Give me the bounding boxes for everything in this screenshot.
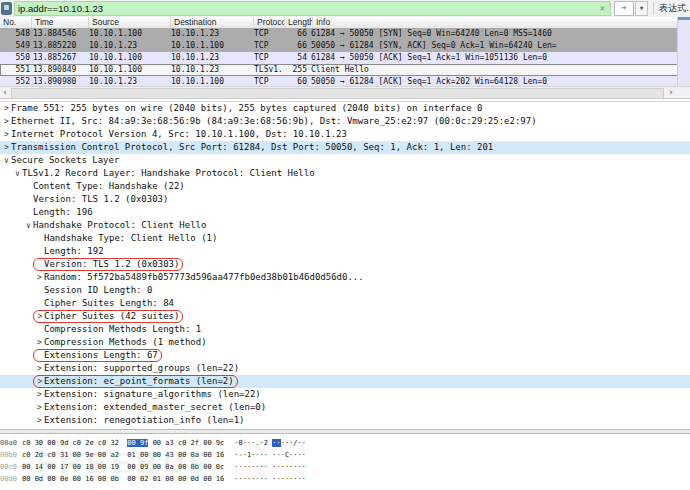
scroll-right-icon[interactable]: › <box>666 87 676 98</box>
tree-row[interactable]: Length: 196 <box>0 206 690 219</box>
tree-row[interactable]: Content Type: Handshake (22) <box>0 180 690 193</box>
expander-icon[interactable]: ∨ <box>24 219 33 232</box>
column-header-source[interactable]: Source <box>89 17 171 28</box>
expander-icon[interactable]: > <box>35 336 44 349</box>
column-header-length[interactable]: Length <box>285 17 313 28</box>
cell-destination: 10.10.1.100 <box>171 76 254 86</box>
expander-icon[interactable]: ∨ <box>2 154 11 167</box>
pane-divider[interactable] <box>0 429 690 434</box>
scrollbar-thumb[interactable] <box>11 88 664 99</box>
tree-row[interactable]: ∨TLSv1.2 Record Layer: Handshake Protoco… <box>0 167 690 180</box>
cell-source: 10.10.1.100 <box>89 52 171 64</box>
tree-row[interactable]: Version: TLS 1.2 (0x0303) <box>0 193 690 206</box>
hex-ascii: ········ ········ <box>234 475 306 483</box>
cell-destination: 10.10.1.23 <box>171 28 254 40</box>
hex-offset: 00d0 <box>0 473 22 485</box>
scrollbar-thumb[interactable] <box>678 17 690 20</box>
tree-row-label: Extension: renegotiation_info (len=1) <box>44 415 244 425</box>
expander-icon[interactable]: > <box>35 362 44 375</box>
tree-row[interactable]: >Extension: renegotiation_info (len=1) <box>0 414 690 427</box>
tree-row-label: Extension: supported_groups (len=22) <box>44 363 239 373</box>
packet-row[interactable]: 55013.88526710.10.1.10010.10.1.23TCP5461… <box>0 52 678 64</box>
tree-row[interactable]: >Extension: extended_master_secret (len=… <box>0 401 690 414</box>
hex-dump-pane: 00a0c0 30 00 9d c0 2e c0 32 00 9f 00 a3 … <box>0 437 690 487</box>
cell-time: 13.890980 <box>32 76 89 86</box>
expander-icon[interactable]: > <box>2 102 11 115</box>
tree-row-label: Ethernet II, Src: 84:a9:3e:68:56:9b (84:… <box>11 116 537 126</box>
cell-length: 66 <box>282 28 307 40</box>
cell-info: 50050 → 61284 [ACK] Seq=1 Ack=202 Win=64… <box>307 76 678 86</box>
cell-length: 255 <box>282 64 307 76</box>
cell-no: 552 <box>0 76 32 86</box>
hex-bytes: c0 2d c0 31 00 9e 00 a2 01 00 00 43 00 0… <box>22 451 224 459</box>
tree-row[interactable]: >Cipher Suites (42 suites) <box>0 310 690 323</box>
cell-no: 551 <box>0 64 32 76</box>
tree-row[interactable]: >Extension: supported_groups (len=22) <box>0 362 690 375</box>
hex-row[interactable]: 00b0c0 2d c0 31 00 9e 00 a2 01 00 00 43 … <box>0 449 690 461</box>
expression-button[interactable]: 表达式… <box>653 2 690 15</box>
column-header-info[interactable]: Info <box>313 17 690 28</box>
tree-row-label: Version: TLS 1.2 (0x0303) <box>44 259 179 269</box>
column-header-no[interactable]: No. <box>0 17 32 28</box>
cell-source: 10.10.1.23 <box>89 76 171 86</box>
apply-filter-button[interactable]: ➜ <box>614 1 634 16</box>
ascii-highlight: ·· <box>272 439 280 447</box>
tree-row[interactable]: >Transmission Control Protocol, Src Port… <box>0 141 690 154</box>
cell-protocol: TCP <box>254 52 282 64</box>
expander-icon[interactable]: > <box>35 388 44 401</box>
tree-row[interactable]: Session ID Length: 0 <box>0 284 690 297</box>
column-header-protocol[interactable]: Protocol <box>254 17 285 28</box>
packet-list-horizontal-scrollbar[interactable]: ‹ › <box>0 86 690 99</box>
annotation-box: Extensions Length: 67 <box>33 349 162 362</box>
packet-row[interactable]: 55113.89084910.10.1.10010.10.1.23TLSv1.2… <box>0 64 678 76</box>
display-filter-field: ✕ <box>14 1 611 16</box>
expander-icon[interactable]: > <box>36 377 44 387</box>
tree-row-label: Transmission Control Protocol, Src Port:… <box>11 142 493 152</box>
tree-row[interactable]: >Compression Methods (1 method) <box>0 336 690 349</box>
hex-row[interactable]: 00d000 0d 00 0e 00 16 00 0b 00 02 01 00 … <box>0 473 690 485</box>
tree-row[interactable]: >Frame 551: 255 bytes on wire (2040 bits… <box>0 102 690 115</box>
packet-row[interactable]: 54913.88522010.10.1.2310.10.1.100TCP6650… <box>0 40 678 52</box>
tree-row-label: Handshake Type: Client Hello (1) <box>44 233 217 243</box>
tree-row[interactable]: >Extension: signature_algorithms (len=22… <box>0 388 690 401</box>
tree-row[interactable]: >Extension: ec_point_formats (len=2) <box>0 375 690 388</box>
tree-row[interactable]: ∨Secure Sockets Layer <box>0 154 690 167</box>
expander-icon[interactable]: ∨ <box>13 167 22 180</box>
hex-row[interactable]: 00c000 14 00 17 00 18 00 19 00 09 00 0a … <box>0 461 690 473</box>
tree-row[interactable]: Length: 192 <box>0 245 690 258</box>
cell-length: 54 <box>282 52 307 64</box>
expander-icon[interactable]: > <box>2 115 11 128</box>
expander-icon[interactable]: > <box>2 141 11 154</box>
tree-row[interactable]: Version: TLS 1.2 (0x0303) <box>0 258 690 271</box>
column-header-time[interactable]: Time <box>32 17 89 28</box>
hex-row[interactable]: 00a0c0 30 00 9d c0 2e c0 32 00 9f 00 a3 … <box>0 437 690 449</box>
cell-info: 61284 → 50050 [ACK] Seq=1 Ack=1 Win=1051… <box>307 52 678 64</box>
packet-row[interactable]: 55213.89098010.10.1.2310.10.1.100TCP6050… <box>0 76 678 86</box>
filter-bookmark-icon[interactable] <box>1 2 12 15</box>
filter-dropdown-icon[interactable]: ▼ <box>635 1 648 16</box>
cell-no: 548 <box>0 28 32 40</box>
expander-icon[interactable]: > <box>36 312 44 322</box>
expander-icon[interactable]: > <box>35 401 44 414</box>
hex-bytes: 00 0d 00 0e 00 16 00 0b 00 02 01 00 00 0… <box>22 475 224 483</box>
tree-row[interactable]: >Random: 5f572ba5489fb057773d596aa477fb0… <box>0 271 690 284</box>
tree-row[interactable]: Compression Methods Length: 1 <box>0 323 690 336</box>
cell-protocol: TCP <box>254 28 282 40</box>
tree-row[interactable]: >Internet Protocol Version 4, Src: 10.10… <box>0 128 690 141</box>
tree-row[interactable]: Handshake Type: Client Hello (1) <box>0 232 690 245</box>
expander-icon[interactable]: > <box>2 128 11 141</box>
tree-row[interactable]: >Ethernet II, Src: 84:a9:3e:68:56:9b (84… <box>0 115 690 128</box>
expander-icon[interactable]: > <box>35 271 44 284</box>
tree-row[interactable]: ∨Handshake Protocol: Client Hello <box>0 219 690 232</box>
display-filter-input[interactable] <box>18 2 593 14</box>
expander-icon[interactable]: > <box>35 414 44 427</box>
column-header-destination[interactable]: Destination <box>171 17 254 28</box>
tree-row-label: Compression Methods (1 method) <box>44 337 207 347</box>
cell-destination: 10.10.1.23 <box>171 52 254 64</box>
tree-row[interactable]: Extensions Length: 67 <box>0 349 690 362</box>
tree-row[interactable]: Cipher Suites Length: 84 <box>0 297 690 310</box>
packet-row[interactable]: 54813.88454610.10.1.10010.10.1.23TCP6661… <box>0 28 678 40</box>
clear-filter-icon[interactable]: ✕ <box>597 3 608 14</box>
scroll-left-icon[interactable]: ‹ <box>0 87 10 98</box>
hex-byte-highlight: 00 9f <box>127 439 148 447</box>
